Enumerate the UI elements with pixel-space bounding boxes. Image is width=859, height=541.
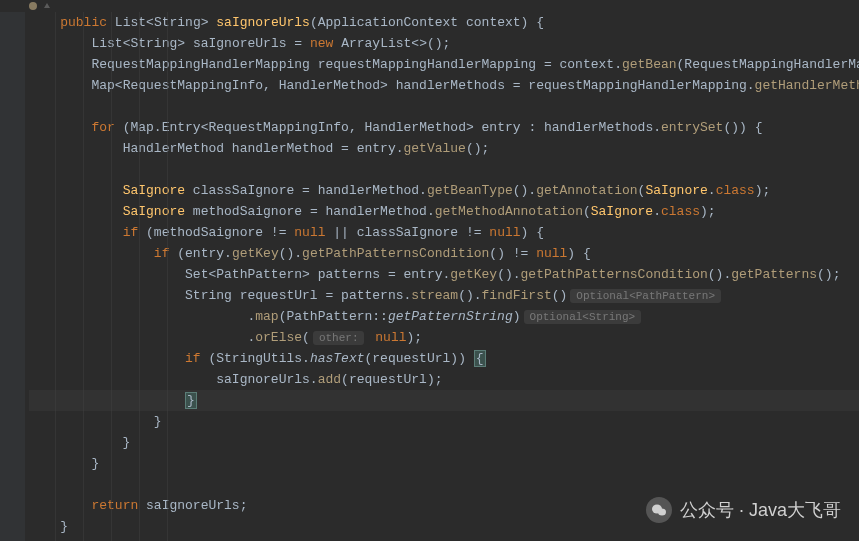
param-hint: other: [313, 331, 365, 345]
code-line[interactable] [29, 474, 859, 495]
code-line[interactable]: SaIgnore methodSaignore = handlerMethod.… [29, 201, 859, 222]
svg-point-0 [29, 2, 37, 10]
matched-brace: } [185, 392, 197, 409]
watermark: 公众号 · Java大飞哥 [646, 497, 841, 523]
code-line[interactable]: if (entry.getKey().getPathPatternsCondit… [29, 243, 859, 264]
icon-toolbar [0, 0, 859, 12]
code-line[interactable]: Set<PathPattern> patterns = entry.getKey… [29, 264, 859, 285]
watermark-text: 公众号 · Java大飞哥 [680, 498, 841, 522]
code-line[interactable]: .map(PathPattern::getPatternString)Optio… [29, 306, 859, 327]
code-line[interactable]: .orElse(other: null); [29, 327, 859, 348]
code-line[interactable] [29, 159, 859, 180]
code-line[interactable]: if (methodSaignore != null || classSaIgn… [29, 222, 859, 243]
type-hint: Optional<String> [524, 310, 642, 324]
code-line-active[interactable]: } [29, 390, 859, 411]
code-line[interactable]: String requestUrl = patterns.stream().fi… [29, 285, 859, 306]
code-line[interactable]: } [29, 432, 859, 453]
code-line[interactable]: public List<String> saIgnoreUrls(Applica… [29, 12, 859, 33]
code-line[interactable]: SaIgnore classSaIgnore = handlerMethod.g… [29, 180, 859, 201]
code-line[interactable]: RequestMappingHandlerMapping requestMapp… [29, 54, 859, 75]
code-line[interactable] [29, 96, 859, 117]
gutter [0, 12, 25, 541]
code-line[interactable]: saIgnoreUrls.add(requestUrl); [29, 369, 859, 390]
code-line[interactable]: Map<RequestMappingInfo, HandlerMethod> h… [29, 75, 859, 96]
code-line[interactable]: } [29, 411, 859, 432]
code-line[interactable]: HandlerMethod handlerMethod = entry.getV… [29, 138, 859, 159]
code-editor[interactable]: public List<String> saIgnoreUrls(Applica… [0, 12, 859, 541]
code-area[interactable]: public List<String> saIgnoreUrls(Applica… [25, 12, 859, 541]
up-arrow-icon [42, 1, 52, 11]
code-line[interactable]: List<String> saIgnoreUrls = new ArrayLis… [29, 33, 859, 54]
code-line[interactable]: for (Map.Entry<RequestMappingInfo, Handl… [29, 117, 859, 138]
svg-point-2 [658, 509, 666, 516]
wechat-icon [646, 497, 672, 523]
matched-brace: { [474, 350, 486, 367]
method-icon [28, 1, 38, 11]
code-line[interactable]: } [29, 453, 859, 474]
type-hint: Optional<PathPattern> [570, 289, 721, 303]
code-line[interactable]: if (StringUtils.hasText(requestUrl)) { [29, 348, 859, 369]
